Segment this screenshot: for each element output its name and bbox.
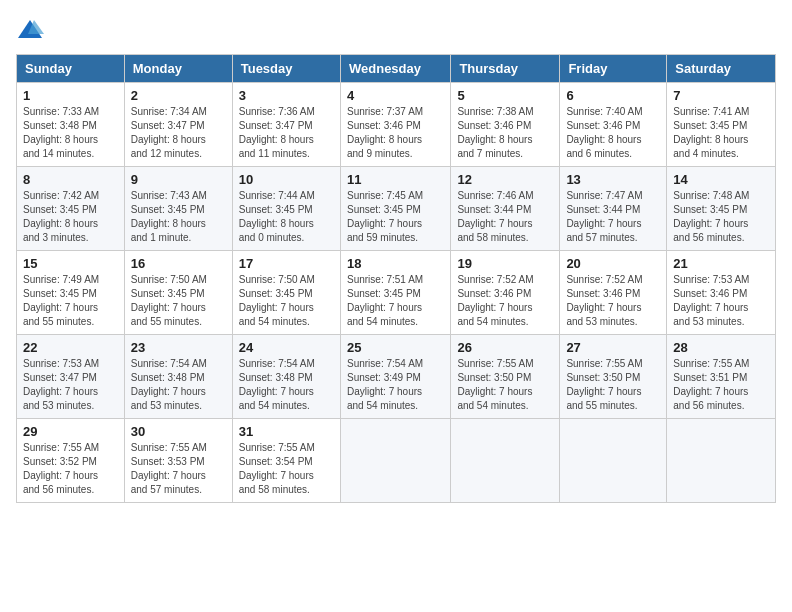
- day-cell-13: 13Sunrise: 7:47 AMSunset: 3:44 PMDayligh…: [560, 167, 667, 251]
- day-cell-22: 22Sunrise: 7:53 AMSunset: 3:47 PMDayligh…: [17, 335, 125, 419]
- sunrise-text: Sunrise: 7:53 AM: [673, 274, 749, 285]
- day-cell-26: 26Sunrise: 7:55 AMSunset: 3:50 PMDayligh…: [451, 335, 560, 419]
- daylight-text-2: and 59 minutes.: [347, 232, 418, 243]
- day-cell-28: 28Sunrise: 7:55 AMSunset: 3:51 PMDayligh…: [667, 335, 776, 419]
- daylight-text: Daylight: 7 hours: [673, 386, 748, 397]
- sunrise-text: Sunrise: 7:50 AM: [131, 274, 207, 285]
- day-cell-30: 30Sunrise: 7:55 AMSunset: 3:53 PMDayligh…: [124, 419, 232, 503]
- daylight-text-2: and 7 minutes.: [457, 148, 523, 159]
- day-cell-17: 17Sunrise: 7:50 AMSunset: 3:45 PMDayligh…: [232, 251, 340, 335]
- header-sunday: Sunday: [17, 55, 125, 83]
- day-number: 14: [673, 172, 769, 187]
- day-cell-25: 25Sunrise: 7:54 AMSunset: 3:49 PMDayligh…: [340, 335, 450, 419]
- daylight-text: Daylight: 7 hours: [457, 218, 532, 229]
- daylight-text-2: and 9 minutes.: [347, 148, 413, 159]
- sunset-text: Sunset: 3:48 PM: [239, 372, 313, 383]
- sunset-text: Sunset: 3:45 PM: [347, 204, 421, 215]
- daylight-text-2: and 55 minutes.: [566, 400, 637, 411]
- calendar-week-2: 8Sunrise: 7:42 AMSunset: 3:45 PMDaylight…: [17, 167, 776, 251]
- daylight-text: Daylight: 7 hours: [347, 386, 422, 397]
- day-number: 30: [131, 424, 226, 439]
- day-info: Sunrise: 7:51 AMSunset: 3:45 PMDaylight:…: [347, 273, 444, 329]
- day-number: 15: [23, 256, 118, 271]
- daylight-text-2: and 54 minutes.: [239, 316, 310, 327]
- calendar-table: SundayMondayTuesdayWednesdayThursdayFrid…: [16, 54, 776, 503]
- sunset-text: Sunset: 3:53 PM: [131, 456, 205, 467]
- header-monday: Monday: [124, 55, 232, 83]
- daylight-text: Daylight: 8 hours: [239, 134, 314, 145]
- sunset-text: Sunset: 3:45 PM: [23, 204, 97, 215]
- day-cell-15: 15Sunrise: 7:49 AMSunset: 3:45 PMDayligh…: [17, 251, 125, 335]
- empty-cell: [667, 419, 776, 503]
- daylight-text: Daylight: 7 hours: [131, 302, 206, 313]
- day-number: 20: [566, 256, 660, 271]
- day-cell-10: 10Sunrise: 7:44 AMSunset: 3:45 PMDayligh…: [232, 167, 340, 251]
- day-cell-9: 9Sunrise: 7:43 AMSunset: 3:45 PMDaylight…: [124, 167, 232, 251]
- daylight-text-2: and 12 minutes.: [131, 148, 202, 159]
- sunset-text: Sunset: 3:48 PM: [23, 120, 97, 131]
- day-number: 10: [239, 172, 334, 187]
- sunrise-text: Sunrise: 7:53 AM: [23, 358, 99, 369]
- sunset-text: Sunset: 3:47 PM: [131, 120, 205, 131]
- day-info: Sunrise: 7:38 AMSunset: 3:46 PMDaylight:…: [457, 105, 553, 161]
- day-cell-31: 31Sunrise: 7:55 AMSunset: 3:54 PMDayligh…: [232, 419, 340, 503]
- day-info: Sunrise: 7:47 AMSunset: 3:44 PMDaylight:…: [566, 189, 660, 245]
- calendar-week-1: 1Sunrise: 7:33 AMSunset: 3:48 PMDaylight…: [17, 83, 776, 167]
- empty-cell: [451, 419, 560, 503]
- sunrise-text: Sunrise: 7:41 AM: [673, 106, 749, 117]
- daylight-text-2: and 53 minutes.: [23, 400, 94, 411]
- day-number: 7: [673, 88, 769, 103]
- daylight-text-2: and 56 minutes.: [673, 232, 744, 243]
- daylight-text: Daylight: 7 hours: [23, 386, 98, 397]
- sunset-text: Sunset: 3:45 PM: [239, 288, 313, 299]
- daylight-text-2: and 58 minutes.: [457, 232, 528, 243]
- sunset-text: Sunset: 3:46 PM: [347, 120, 421, 131]
- header-tuesday: Tuesday: [232, 55, 340, 83]
- day-cell-20: 20Sunrise: 7:52 AMSunset: 3:46 PMDayligh…: [560, 251, 667, 335]
- day-number: 24: [239, 340, 334, 355]
- calendar-week-4: 22Sunrise: 7:53 AMSunset: 3:47 PMDayligh…: [17, 335, 776, 419]
- day-number: 2: [131, 88, 226, 103]
- daylight-text: Daylight: 7 hours: [131, 386, 206, 397]
- day-cell-7: 7Sunrise: 7:41 AMSunset: 3:45 PMDaylight…: [667, 83, 776, 167]
- day-cell-3: 3Sunrise: 7:36 AMSunset: 3:47 PMDaylight…: [232, 83, 340, 167]
- day-info: Sunrise: 7:55 AMSunset: 3:52 PMDaylight:…: [23, 441, 118, 497]
- day-number: 27: [566, 340, 660, 355]
- day-cell-24: 24Sunrise: 7:54 AMSunset: 3:48 PMDayligh…: [232, 335, 340, 419]
- sunrise-text: Sunrise: 7:55 AM: [457, 358, 533, 369]
- daylight-text: Daylight: 7 hours: [566, 218, 641, 229]
- sunrise-text: Sunrise: 7:52 AM: [457, 274, 533, 285]
- daylight-text-2: and 14 minutes.: [23, 148, 94, 159]
- sunrise-text: Sunrise: 7:55 AM: [239, 442, 315, 453]
- daylight-text-2: and 57 minutes.: [131, 484, 202, 495]
- day-cell-21: 21Sunrise: 7:53 AMSunset: 3:46 PMDayligh…: [667, 251, 776, 335]
- day-info: Sunrise: 7:54 AMSunset: 3:48 PMDaylight:…: [239, 357, 334, 413]
- daylight-text: Daylight: 7 hours: [239, 386, 314, 397]
- day-cell-12: 12Sunrise: 7:46 AMSunset: 3:44 PMDayligh…: [451, 167, 560, 251]
- daylight-text: Daylight: 8 hours: [23, 134, 98, 145]
- day-info: Sunrise: 7:34 AMSunset: 3:47 PMDaylight:…: [131, 105, 226, 161]
- day-number: 18: [347, 256, 444, 271]
- daylight-text: Daylight: 7 hours: [566, 386, 641, 397]
- day-number: 22: [23, 340, 118, 355]
- sunrise-text: Sunrise: 7:54 AM: [239, 358, 315, 369]
- sunrise-text: Sunrise: 7:55 AM: [566, 358, 642, 369]
- sunset-text: Sunset: 3:45 PM: [131, 204, 205, 215]
- sunset-text: Sunset: 3:45 PM: [239, 204, 313, 215]
- sunrise-text: Sunrise: 7:54 AM: [131, 358, 207, 369]
- day-number: 8: [23, 172, 118, 187]
- header-friday: Friday: [560, 55, 667, 83]
- daylight-text-2: and 57 minutes.: [566, 232, 637, 243]
- daylight-text-2: and 54 minutes.: [457, 400, 528, 411]
- day-number: 1: [23, 88, 118, 103]
- logo-icon: [16, 16, 44, 44]
- day-cell-8: 8Sunrise: 7:42 AMSunset: 3:45 PMDaylight…: [17, 167, 125, 251]
- day-info: Sunrise: 7:53 AMSunset: 3:47 PMDaylight:…: [23, 357, 118, 413]
- daylight-text: Daylight: 8 hours: [239, 218, 314, 229]
- day-number: 12: [457, 172, 553, 187]
- day-cell-27: 27Sunrise: 7:55 AMSunset: 3:50 PMDayligh…: [560, 335, 667, 419]
- sunrise-text: Sunrise: 7:38 AM: [457, 106, 533, 117]
- day-number: 23: [131, 340, 226, 355]
- daylight-text-2: and 56 minutes.: [673, 400, 744, 411]
- day-cell-2: 2Sunrise: 7:34 AMSunset: 3:47 PMDaylight…: [124, 83, 232, 167]
